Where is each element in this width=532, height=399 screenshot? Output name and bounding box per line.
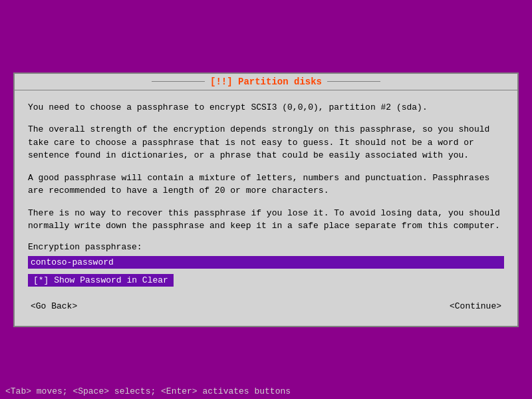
checkbox-label: [*] Show Password in Clear <box>33 275 168 285</box>
status-text: <Tab> moves; <Space> selects; <Enter> ac… <box>5 386 291 396</box>
button-row: <Go Back> <Continue> <box>28 297 504 315</box>
title-bar: [!!] Partition disks <box>15 74 517 90</box>
passphrase-input-row <box>28 256 504 269</box>
passphrase-input[interactable] <box>28 256 504 269</box>
dialog-title: [!!] Partition disks <box>210 76 322 87</box>
continue-button[interactable]: <Continue> <box>447 300 504 313</box>
status-bar: <Tab> moves; <Space> selects; <Enter> ac… <box>0 384 532 399</box>
screen-container: [!!] Partition disks You need to choose … <box>0 0 532 399</box>
passphrase-label: Encryption passphrase: <box>28 242 504 252</box>
paragraph3: A good passphrase will contain a mixture… <box>28 172 504 198</box>
dialog-content: You need to choose a passphrase to encry… <box>15 90 517 326</box>
title-border-left <box>152 81 205 82</box>
go-back-button[interactable]: <Go Back> <box>28 300 80 313</box>
paragraph2: The overall strength of the encryption d… <box>28 123 504 162</box>
show-password-checkbox[interactable]: [*] Show Password in Clear <box>28 274 174 287</box>
paragraph4: There is no way to recover this passphra… <box>28 207 504 233</box>
title-border-right <box>327 81 380 82</box>
dialog-box: [!!] Partition disks You need to choose … <box>13 72 519 327</box>
title-line: [!!] Partition disks <box>152 76 380 87</box>
paragraph1: You need to choose a passphrase to encry… <box>28 101 504 114</box>
